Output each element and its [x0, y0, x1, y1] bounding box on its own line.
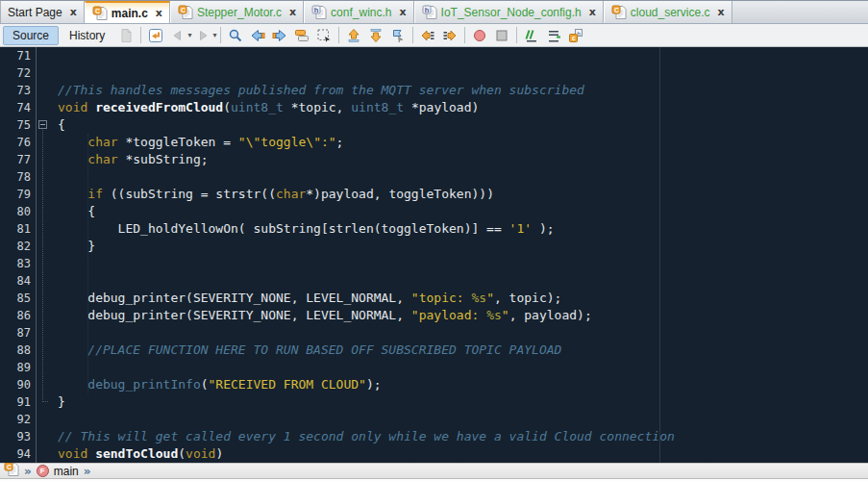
shift-right-icon[interactable] — [439, 25, 460, 45]
code-segment: *topic, — [284, 100, 351, 114]
forward-icon — [192, 25, 213, 45]
code-line-88[interactable]: //PLACE FUNCTION HERE TO RUN BASED OFF S… — [58, 342, 868, 359]
code-line-85[interactable]: debug_printer(SEVERITY_NONE, LEVEL_NORMA… — [58, 290, 868, 307]
code-segment: void — [58, 446, 87, 461]
code-segment: //This handles messages published from t… — [58, 83, 584, 97]
code-segment: %s — [486, 308, 502, 322]
code-segment: //PLACE FUNCTION HERE TO RUN BASED OFF S… — [58, 342, 561, 357]
next-bookmark-icon[interactable] — [365, 25, 386, 45]
code-editor[interactable]: 7172737475767778798081828384858687888990… — [0, 47, 868, 463]
code-segment: debug_printer(SEVERITY_NONE, LEVEL_NORMA… — [58, 291, 411, 305]
code-segment: // This will get called every 1 second o… — [58, 429, 675, 443]
code-segment — [58, 135, 87, 149]
tab-close-icon[interactable]: x — [718, 6, 725, 18]
line-number: 71 — [0, 47, 31, 64]
code-line-91[interactable]: } — [58, 393, 868, 411]
tab-conf-winc-h[interactable]: hconf_winc.hx — [304, 1, 413, 23]
comment-icon[interactable] — [521, 25, 542, 45]
code-line-90[interactable]: debug_printInfo("RECEIVED FROM CLOUD"); — [58, 376, 868, 393]
code-line-89[interactable] — [58, 359, 868, 376]
right-margin-line — [659, 47, 660, 463]
code-segment: char — [87, 135, 117, 149]
fold-collapse-icon[interactable] — [38, 120, 47, 129]
code-segment: void — [58, 100, 87, 114]
code-segment: '1' — [509, 221, 532, 236]
breadcrumb-function[interactable]: main — [54, 465, 79, 478]
chevron-right-icon: » — [24, 465, 32, 478]
code-segment: ((subString = strstr(( — [103, 187, 276, 201]
code-line-79[interactable]: if ((subString = strstr((char*)payload, … — [58, 186, 868, 203]
code-line-86[interactable]: debug_printer(SEVERITY_NONE, LEVEL_NORMA… — [58, 307, 868, 324]
record-macro-icon[interactable] — [469, 25, 490, 45]
code-line-81[interactable]: LED_holdYellowOn( subString[strlen(toggl… — [58, 220, 868, 238]
toolbar-separator — [464, 27, 465, 43]
editor-toolbar: Source History ▾▾hc — [0, 24, 868, 47]
code-line-92[interactable] — [58, 411, 868, 428]
tab-main-c[interactable]: Cmain.cx — [85, 1, 170, 23]
line-number: 86 — [0, 307, 31, 324]
code-line-72[interactable] — [58, 64, 868, 82]
tab-label: Start Page — [8, 6, 62, 19]
rectangular-selection-icon[interactable] — [313, 25, 335, 45]
code-line-87[interactable] — [58, 324, 868, 342]
code-line-93[interactable]: // This will get called every 1 second o… — [58, 428, 868, 445]
toggle-highlight-icon[interactable] — [291, 25, 312, 45]
line-number: 81 — [0, 220, 31, 238]
code-segment: ( — [223, 100, 231, 114]
code-line-94[interactable]: void sendToCloud(void) — [58, 445, 868, 463]
tab-label: conf_winc.h — [331, 6, 391, 19]
code-segment — [87, 446, 95, 461]
previous-bookmark-icon[interactable] — [343, 25, 364, 45]
header-source-icon[interactable]: hc — [565, 25, 586, 45]
code-segment — [87, 100, 95, 114]
function-icon: F — [37, 465, 49, 477]
tab-close-icon[interactable]: x — [70, 6, 77, 18]
find-previous-icon[interactable] — [247, 25, 268, 45]
code-line-73[interactable]: //This handles messages published from t… — [58, 82, 868, 99]
uncomment-icon[interactable] — [543, 25, 564, 45]
tab-label: cloud_service.c — [631, 6, 710, 19]
code-area[interactable]: //This handles messages published from t… — [50, 47, 868, 463]
toggle-bookmark-icon[interactable] — [387, 25, 409, 45]
code-line-77[interactable]: char *subString; — [58, 151, 868, 168]
breadcrumb: C » F main » — [0, 463, 868, 479]
code-line-71[interactable] — [58, 47, 868, 64]
code-segment: ); — [532, 221, 554, 236]
code-segment: void — [186, 446, 215, 461]
c-file-icon: C — [611, 5, 627, 20]
line-number: 73 — [0, 82, 31, 99]
code-line-82[interactable]: } — [58, 238, 868, 255]
tab-iot-sensor-node-config-h[interactable]: hIoT_Sensor_Node_config.hx — [414, 1, 604, 23]
find-selection-icon[interactable] — [225, 25, 246, 45]
tab-close-icon[interactable]: x — [589, 6, 596, 18]
code-segment: *subString; — [118, 152, 209, 166]
tab-start-page[interactable]: Start Pagex — [0, 1, 85, 23]
code-line-84[interactable] — [58, 272, 868, 290]
shift-left-icon[interactable] — [417, 25, 438, 45]
source-view-button[interactable]: Source — [3, 26, 59, 45]
code-segment: uint8_t — [351, 100, 404, 114]
svg-text:C: C — [95, 7, 100, 13]
line-number: 90 — [0, 376, 31, 393]
stop-macro-icon[interactable] — [491, 25, 512, 45]
c-file-icon[interactable]: C — [4, 462, 19, 480]
line-number: 88 — [0, 342, 31, 359]
code-segment: char — [87, 152, 117, 166]
find-next-icon[interactable] — [269, 25, 290, 45]
tab-cloud-service-c[interactable]: Ccloud_service.cx — [604, 1, 732, 23]
tab-close-icon[interactable]: x — [399, 6, 406, 18]
code-line-74[interactable]: void receivedFromCloud(uint8_t *topic, u… — [58, 99, 868, 116]
back-to-last-edit-icon[interactable] — [145, 25, 166, 45]
tab-close-icon[interactable]: x — [289, 6, 296, 18]
code-line-78[interactable] — [58, 168, 868, 186]
code-segment: , topic); — [494, 291, 561, 305]
history-view-button[interactable]: History — [60, 26, 114, 45]
ide-window: Start PagexCmain.cxCStepper_Motor.cxhcon… — [0, 0, 868, 481]
code-line-83[interactable] — [58, 255, 868, 272]
code-line-76[interactable]: char *toggleToken = "\"toggle\":"; — [58, 134, 868, 151]
tab-close-icon[interactable]: x — [156, 7, 162, 19]
tab-stepper-motor-c[interactable]: CStepper_Motor.cx — [170, 1, 304, 23]
code-fold-column[interactable] — [37, 47, 50, 463]
code-line-80[interactable]: { — [58, 203, 868, 220]
code-line-75[interactable]: { — [58, 116, 868, 134]
